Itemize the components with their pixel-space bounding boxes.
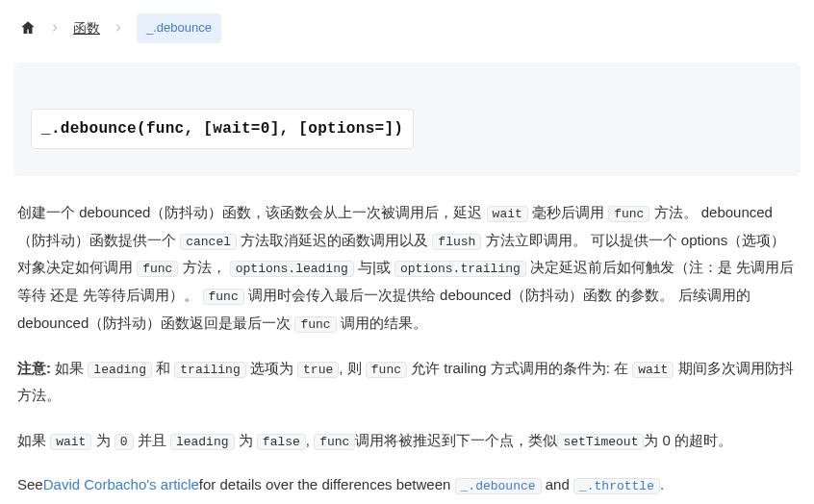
reference-link[interactable]: David Corbacho's article bbox=[43, 476, 199, 492]
doc-content: 创建一个 debounced（防抖动）函数，该函数会从上一次被调用后，延迟 wa… bbox=[0, 199, 814, 504]
debounce-link[interactable]: _.debounce bbox=[455, 476, 542, 492]
home-icon[interactable] bbox=[19, 19, 37, 37]
code-options-trailing: options.trailing bbox=[394, 261, 526, 277]
code-func: func bbox=[608, 206, 649, 222]
throttle-link[interactable]: _.throttle bbox=[573, 476, 660, 492]
signature-code: _.debounce(func, [wait=0], [options=]) bbox=[31, 109, 414, 149]
code-cancel: cancel bbox=[180, 234, 237, 250]
code-false: false bbox=[257, 434, 306, 450]
code-wait: wait bbox=[487, 206, 528, 222]
paragraph-description: 创建一个 debounced（防抖动）函数，该函数会从上一次被调用后，延迟 wa… bbox=[17, 199, 797, 337]
code-zero: 0 bbox=[114, 434, 134, 450]
breadcrumb: 函数 _.debounce bbox=[0, 0, 814, 57]
chevron-right-icon bbox=[50, 23, 60, 33]
code-leading: leading bbox=[170, 434, 235, 450]
code-func: func bbox=[137, 261, 178, 277]
code-func: func bbox=[203, 289, 244, 305]
code-func: func bbox=[314, 434, 355, 450]
chevron-right-icon bbox=[114, 23, 123, 33]
code-trailing: trailing bbox=[174, 362, 245, 378]
code-func: func bbox=[294, 316, 336, 333]
code-true: true bbox=[297, 362, 339, 378]
signature-block: _.debounce(func, [wait=0], [options=]) bbox=[13, 63, 801, 176]
note-label: 注意: bbox=[17, 360, 51, 376]
code-wait: wait bbox=[50, 434, 91, 450]
code-settimeout: setTimeout bbox=[557, 434, 644, 450]
code-options-leading: options.leading bbox=[230, 261, 354, 277]
code-leading: leading bbox=[88, 362, 152, 378]
paragraph-reference: SeeDavid Corbacho's articlefor details o… bbox=[17, 471, 797, 499]
breadcrumb-current: _.debounce bbox=[137, 13, 221, 43]
code-func: func bbox=[366, 362, 407, 378]
breadcrumb-item-functions[interactable]: 函数 bbox=[73, 15, 100, 41]
code-flush: flush bbox=[432, 234, 481, 250]
paragraph-condition: 如果 wait 为 0 并且 leading 为 false, func调用将被… bbox=[17, 427, 797, 455]
paragraph-note: 注意: 如果 leading 和 trailing 选项为 true, 则 fu… bbox=[17, 355, 797, 410]
code-wait: wait bbox=[632, 362, 674, 378]
